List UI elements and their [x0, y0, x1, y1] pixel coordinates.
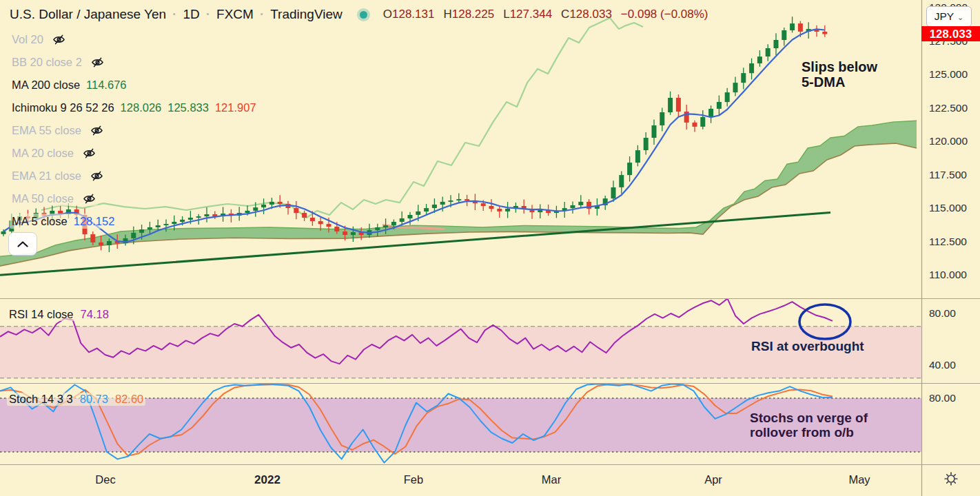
time-axis-label-may: May	[848, 473, 870, 486]
settings-gear-icon[interactable]	[943, 471, 959, 489]
stoch-legend-label: Stoch 14 3 3	[9, 393, 73, 406]
chevron-up-icon	[17, 241, 28, 247]
separator: ·	[206, 7, 210, 22]
close-value: 128.033	[569, 8, 611, 21]
scale-tick: 125.000	[929, 68, 968, 81]
last-price-tag: 128.033	[921, 26, 980, 41]
annotation-stoch-rollover[interactable]: Stochs on verge of rollover from o/b	[750, 411, 868, 440]
indicator-row-ma-5-close[interactable]: MA 5 close128.152	[10, 214, 116, 229]
time-axis-label-feb: Feb	[404, 473, 423, 486]
low-value: 127.344	[510, 8, 552, 21]
rsi-value: 74.18	[81, 308, 109, 321]
ma200-line	[0, 213, 830, 276]
chart-header: U.S. Dollar / Japanese Yen · 1D · FXCM ·…	[10, 7, 708, 22]
indicator-value: 128.152	[74, 215, 115, 228]
rsi-legend-label: RSI 14 close	[9, 308, 74, 321]
indicator-label: MA 20 close	[12, 147, 74, 160]
time-axis-label-2022: 2022	[254, 473, 280, 487]
change-value: −0.098 (−0.08%)	[621, 8, 708, 21]
indicator-row-ema-55-close[interactable]: EMA 55 close	[10, 123, 105, 138]
indicator-label: EMA 21 close	[12, 169, 81, 183]
platform-label[interactable]: TradingView	[270, 7, 343, 22]
open-value: 128.131	[392, 8, 434, 21]
tradingview-chart-window: U.S. Dollar / Japanese Yen · 1D · FXCM ·…	[0, 0, 980, 496]
time-axis-label-apr: Apr	[704, 473, 722, 486]
time-axis[interactable]: Dec2022FebMarAprMay	[0, 464, 980, 496]
indicator-label: MA 200 close	[12, 79, 80, 92]
eye-off-icon[interactable]	[91, 56, 104, 68]
separator: ·	[260, 7, 264, 22]
time-axis-label-dec: Dec	[95, 473, 115, 486]
eye-off-icon[interactable]	[83, 147, 96, 159]
ma5-line	[3, 29, 825, 242]
indicator-label: MA 50 close	[12, 192, 74, 205]
stoch-legend[interactable]: Stoch 14 3 3 80.73 82.60	[7, 393, 145, 406]
scale-tick: 80.00	[929, 392, 956, 404]
symbol-title[interactable]: U.S. Dollar / Japanese Yen	[10, 7, 166, 22]
collapse-legend-button[interactable]	[8, 232, 37, 256]
annotation-slips-below-5dma[interactable]: Slips below 5-DMA	[802, 59, 877, 90]
scale-tick: 117.500	[929, 169, 967, 181]
indicator-row-bb-20-close-2[interactable]: BB 20 close 2	[10, 54, 106, 70]
scale-tick: 40.00	[929, 359, 956, 371]
indicator-row-vol-20[interactable]: Vol 20	[10, 32, 68, 47]
annotation-rsi-overbought[interactable]: RSI at overbought	[751, 339, 864, 353]
indicator-row-ema-21-close[interactable]: EMA 21 close	[10, 168, 105, 183]
interval-label[interactable]: 1D	[183, 7, 199, 22]
eye-off-icon[interactable]	[52, 34, 65, 45]
high-value: 128.225	[452, 8, 494, 21]
indicator-value: 114.676	[86, 79, 126, 92]
indicator-label: MA 5 close	[12, 215, 68, 228]
chikou-span-line	[41, 18, 643, 218]
time-axis-label-mar: Mar	[542, 473, 561, 486]
eye-off-icon[interactable]	[83, 193, 96, 205]
indicator-row-ma-50-close[interactable]: MA 50 close	[10, 191, 98, 206]
stoch-k-value: 80.73	[80, 393, 108, 406]
ohlc-readout: O128.131 H128.225 L127.344 C128.033 −0.0…	[383, 8, 708, 21]
indicator-value: 121.907	[215, 101, 256, 114]
stoch-d-value: 82.60	[115, 393, 143, 406]
indicator-value: 128.026	[121, 101, 162, 114]
indicator-label: BB 20 close 2	[12, 56, 82, 69]
eye-off-icon[interactable]	[90, 170, 103, 182]
rsi-legend[interactable]: RSI 14 close 74.18	[7, 308, 111, 321]
scale-tick: 115.000	[929, 202, 967, 214]
separator: ·	[172, 7, 176, 22]
candlestick-series	[1, 17, 828, 252]
price-scale[interactable]: 130.000127.500125.000122.500120.000117.5…	[922, 0, 980, 496]
chevron-down-icon: ⌄	[957, 13, 963, 22]
indicator-row-ma-20-close[interactable]: MA 20 close	[10, 145, 98, 161]
scale-tick: 122.500	[929, 102, 968, 114]
eye-off-icon[interactable]	[90, 125, 103, 136]
ichimoku-cloud	[0, 121, 917, 266]
indicator-values: 114.676	[86, 79, 126, 92]
scale-tick: 80.00	[929, 307, 956, 320]
indicator-row-ma-200-close[interactable]: MA 200 close114.676	[10, 77, 128, 92]
indicator-row-ichimoku-9-26-52-26[interactable]: Ichimoku 9 26 52 26128.026125.833121.907	[10, 100, 258, 115]
exchange-label[interactable]: FXCM	[216, 7, 254, 22]
indicator-label: Ichimoku 9 26 52 26	[12, 101, 114, 114]
indicator-label: Vol 20	[12, 33, 43, 46]
market-status-dot-icon[interactable]	[360, 11, 367, 19]
scale-tick: 120.000	[929, 135, 968, 147]
currency-toggle-button[interactable]: JPY ⌄	[926, 6, 972, 27]
indicator-values: 128.152	[74, 215, 115, 228]
indicator-value: 125.833	[167, 101, 209, 114]
indicator-label: EMA 55 close	[12, 124, 81, 137]
scale-tick: 110.000	[929, 269, 967, 281]
scale-tick: 112.500	[929, 236, 967, 248]
indicator-values: 128.026125.833121.907	[121, 101, 256, 114]
